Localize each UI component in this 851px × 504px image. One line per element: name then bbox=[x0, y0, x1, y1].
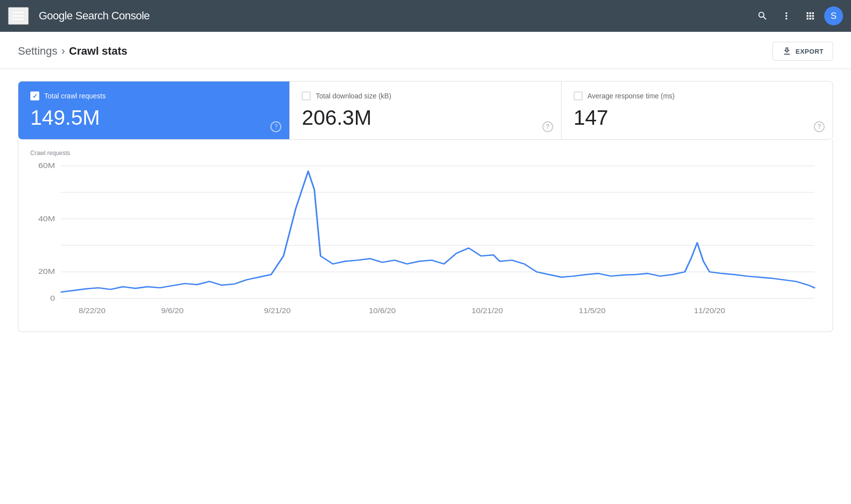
chart-container: Crawl requests 60M 40M 20M 0 8/22/20 9/6… bbox=[18, 140, 833, 332]
stat-cards: ✓ Total crawl requests 149.5M ? Total do… bbox=[18, 81, 833, 140]
svg-text:9/6/20: 9/6/20 bbox=[161, 307, 183, 315]
stat-label-response-time: Average response time (ms) bbox=[588, 92, 675, 100]
more-options-button[interactable] bbox=[776, 6, 796, 26]
avatar[interactable]: S bbox=[824, 6, 843, 25]
stat-label-crawl-requests: Total crawl requests bbox=[44, 92, 106, 100]
chart-wrap: 60M 40M 20M 0 8/22/20 9/6/20 9/21/20 10/… bbox=[30, 161, 821, 320]
export-label: EXPORT bbox=[796, 48, 824, 55]
svg-text:60M: 60M bbox=[38, 161, 55, 169]
apps-icon bbox=[805, 10, 816, 21]
stat-label-download-size: Total download size (kB) bbox=[316, 92, 391, 100]
stat-card-response-time[interactable]: Average response time (ms) 147 ? bbox=[562, 82, 833, 139]
chart-title: Crawl requests bbox=[30, 150, 821, 157]
breadcrumb-current: Crawl stats bbox=[69, 45, 127, 58]
search-button[interactable] bbox=[753, 6, 772, 26]
stat-value-download-size: 206.3M bbox=[302, 106, 549, 129]
help-icon-response-time[interactable]: ? bbox=[814, 121, 825, 132]
logo-text-normal: Google bbox=[39, 9, 76, 22]
svg-text:10/6/20: 10/6/20 bbox=[369, 307, 396, 315]
help-icon-crawl-requests[interactable]: ? bbox=[270, 121, 281, 132]
download-icon bbox=[782, 46, 792, 56]
svg-text:11/5/20: 11/5/20 bbox=[579, 307, 605, 315]
header-icons: S bbox=[753, 6, 843, 26]
logo-text-bold: Search Console bbox=[76, 9, 150, 22]
svg-text:8/22/20: 8/22/20 bbox=[79, 307, 105, 315]
breadcrumb-settings[interactable]: Settings bbox=[18, 45, 58, 58]
breadcrumb: Settings › Crawl stats EXPORT bbox=[0, 32, 851, 69]
checkbox-response-time[interactable] bbox=[574, 91, 583, 100]
breadcrumb-chevron: › bbox=[62, 45, 65, 58]
svg-text:20M: 20M bbox=[38, 267, 55, 276]
checkmark-icon: ✓ bbox=[32, 93, 38, 99]
svg-text:10/21/20: 10/21/20 bbox=[472, 307, 503, 315]
svg-text:11/20/20: 11/20/20 bbox=[694, 307, 725, 315]
checkbox-download-size[interactable] bbox=[302, 91, 311, 100]
stat-card-crawl-requests[interactable]: ✓ Total crawl requests 149.5M ? bbox=[18, 82, 290, 139]
app-header: Google Search Console S bbox=[0, 0, 851, 32]
stat-card-download-size[interactable]: Total download size (kB) 206.3M ? bbox=[290, 82, 561, 139]
menu-button[interactable] bbox=[8, 7, 29, 25]
apps-button[interactable] bbox=[800, 6, 820, 26]
help-icon-download-size[interactable]: ? bbox=[542, 121, 553, 132]
export-button[interactable]: EXPORT bbox=[772, 42, 833, 61]
checkbox-crawl-requests[interactable]: ✓ bbox=[30, 91, 39, 100]
main-content: ✓ Total crawl requests 149.5M ? Total do… bbox=[0, 69, 851, 344]
search-icon bbox=[757, 10, 768, 21]
more-vert-icon bbox=[781, 10, 792, 21]
svg-text:40M: 40M bbox=[38, 214, 55, 223]
chart-svg: 60M 40M 20M 0 8/22/20 9/6/20 9/21/20 10/… bbox=[30, 161, 821, 320]
app-logo: Google Search Console bbox=[39, 9, 150, 22]
svg-text:0: 0 bbox=[50, 294, 55, 302]
svg-text:9/21/20: 9/21/20 bbox=[264, 307, 291, 315]
stat-value-response-time: 147 bbox=[574, 106, 821, 129]
stat-value-crawl-requests: 149.5M bbox=[30, 106, 277, 129]
